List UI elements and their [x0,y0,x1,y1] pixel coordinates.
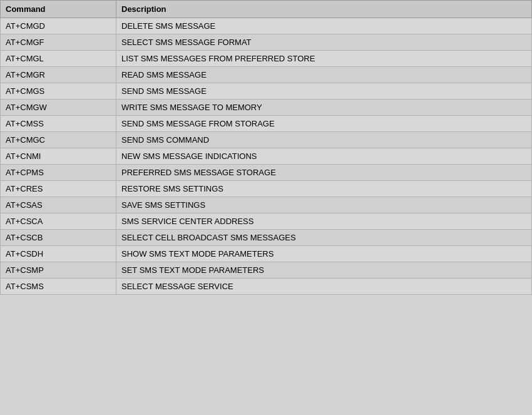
command-cell: AT+CRES [1,181,116,197]
command-cell: AT+CMGR [1,67,116,83]
command-cell: AT+CMGF [1,34,116,51]
description-cell: SELECT CELL BROADCAST SMS MESSAGES [116,230,532,246]
description-cell: WRITE SMS MESSAGE TO MEMORY [116,100,532,116]
description-cell: READ SMS MESSAGE [116,67,532,83]
command-cell: AT+CMGC [1,132,116,148]
description-cell: SELECT SMS MESSAGE FORMAT [116,34,532,51]
table-row: AT+CMGWWRITE SMS MESSAGE TO MEMORY [1,100,532,116]
description-cell: SEND SMS COMMAND [116,132,532,148]
table-row: AT+CMGFSELECT SMS MESSAGE FORMAT [1,34,532,51]
description-cell: DELETE SMS MESSAGE [116,18,532,34]
command-cell: AT+CSDH [1,246,116,262]
table-row: AT+CMGDDELETE SMS MESSAGE [1,18,532,34]
description-cell: SEND SMS MESSAGE FROM STORAGE [116,116,532,132]
table-row: AT+CRESRESTORE SMS SETTINGS [1,181,532,197]
command-cell: AT+CNMI [1,148,116,165]
table-row: AT+CSMPSET SMS TEXT MODE PARAMETERS [1,262,532,279]
command-cell: AT+CSMP [1,262,116,279]
table-row: AT+CSMSSELECT MESSAGE SERVICE [1,279,532,295]
description-cell: SMS SERVICE CENTER ADDRESS [116,213,532,230]
command-cell: AT+CMGD [1,18,116,34]
table-row: AT+CMGSSEND SMS MESSAGE [1,83,532,100]
command-cell: AT+CPMS [1,165,116,181]
table-row: AT+CSDHSHOW SMS TEXT MODE PARAMETERS [1,246,532,262]
description-cell: PREFERRED SMS MESSAGE STORAGE [116,165,532,181]
command-cell: AT+CMGL [1,51,116,67]
description-cell: SELECT MESSAGE SERVICE [116,279,532,295]
table-row: AT+CPMSPREFERRED SMS MESSAGE STORAGE [1,165,532,181]
table-row: AT+CMGLLIST SMS MESSAGES FROM PREFERRED … [1,51,532,67]
description-cell: SAVE SMS SETTINGS [116,197,532,213]
table-row: AT+CMGCSEND SMS COMMAND [1,132,532,148]
description-cell: NEW SMS MESSAGE INDICATIONS [116,148,532,165]
main-container: Command Description AT+CMGDDELETE SMS ME… [0,0,532,415]
description-header: Description [116,1,532,18]
command-cell: AT+CMGS [1,83,116,100]
table-row: AT+CMGRREAD SMS MESSAGE [1,67,532,83]
command-cell: AT+CSCB [1,230,116,246]
table-header-row: Command Description [1,1,532,18]
table-row: AT+CNMINEW SMS MESSAGE INDICATIONS [1,148,532,165]
command-cell: AT+CSAS [1,197,116,213]
description-cell: SEND SMS MESSAGE [116,83,532,100]
description-cell: SET SMS TEXT MODE PARAMETERS [116,262,532,279]
command-cell: AT+CMSS [1,116,116,132]
description-cell: LIST SMS MESSAGES FROM PREFERRED STORE [116,51,532,67]
table-row: AT+CSCASMS SERVICE CENTER ADDRESS [1,213,532,230]
table-row: AT+CSASSAVE SMS SETTINGS [1,197,532,213]
command-cell: AT+CSMS [1,279,116,295]
command-cell: AT+CMGW [1,100,116,116]
table-row: AT+CMSSSEND SMS MESSAGE FROM STORAGE [1,116,532,132]
description-cell: SHOW SMS TEXT MODE PARAMETERS [116,246,532,262]
description-cell: RESTORE SMS SETTINGS [116,181,532,197]
table-row: AT+CSCBSELECT CELL BROADCAST SMS MESSAGE… [1,230,532,246]
commands-table: Command Description AT+CMGDDELETE SMS ME… [0,0,532,295]
command-header: Command [1,1,116,18]
command-cell: AT+CSCA [1,213,116,230]
